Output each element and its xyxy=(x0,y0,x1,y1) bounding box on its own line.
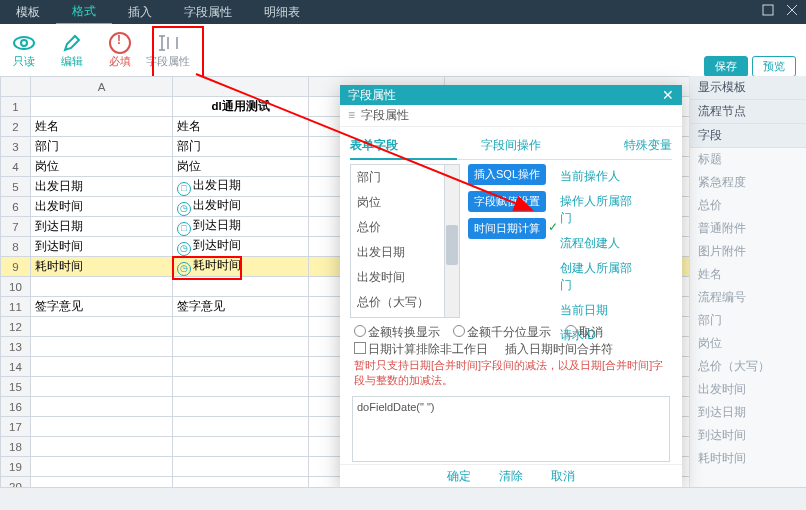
cell[interactable] xyxy=(31,317,173,337)
cell[interactable]: ◷到达时间 xyxy=(173,237,309,257)
readonly-button[interactable]: 只读 xyxy=(0,32,48,69)
row-header[interactable]: 6 xyxy=(1,197,31,217)
cell[interactable]: dl通用测试 xyxy=(173,97,309,117)
cell[interactable]: 岗位 xyxy=(173,157,309,177)
cell[interactable] xyxy=(31,277,173,297)
cell[interactable]: 到达时间 xyxy=(31,237,173,257)
cell[interactable]: 姓名 xyxy=(31,117,173,137)
row-header[interactable]: 1 xyxy=(1,97,31,117)
side-item[interactable]: 总价 xyxy=(690,194,806,217)
side-item[interactable]: 流程编号 xyxy=(690,286,806,309)
cell[interactable] xyxy=(31,357,173,377)
side-item[interactable]: 岗位 xyxy=(690,332,806,355)
row-header[interactable]: 9 xyxy=(1,257,31,277)
field-assign-button[interactable]: 字段赋值设置 xyxy=(468,191,546,212)
scrollbar-thumb[interactable] xyxy=(446,225,458,265)
modal-tab-vars[interactable]: 特殊变量 xyxy=(565,133,672,160)
modal-tab-field-ops[interactable]: 字段间操作 xyxy=(457,133,564,160)
opt-amount-convert[interactable]: 金额转换显示 xyxy=(354,325,440,339)
row-header[interactable]: 3 xyxy=(1,137,31,157)
opt-exclude-nonwork[interactable]: 日期计算排除非工作日 xyxy=(354,342,488,356)
cell[interactable] xyxy=(173,337,309,357)
dialog-clear-button[interactable]: 清除 xyxy=(499,468,523,485)
modal-tab-form-fields[interactable]: 表单字段 xyxy=(350,133,457,160)
cell[interactable] xyxy=(173,437,309,457)
cell[interactable] xyxy=(173,417,309,437)
tab-template[interactable]: 模板 xyxy=(0,0,56,24)
field-item[interactable]: 总价（大写） xyxy=(351,290,459,315)
opt-cancel[interactable]: 取消 xyxy=(565,325,603,339)
col-A[interactable]: A xyxy=(31,77,173,97)
cell[interactable]: ◷出发时间 xyxy=(173,197,309,217)
cell[interactable] xyxy=(173,377,309,397)
dialog-close-icon[interactable]: ✕ xyxy=(662,87,674,103)
row-header[interactable]: 4 xyxy=(1,157,31,177)
cell[interactable] xyxy=(173,317,309,337)
variable-item[interactable]: 操作人所属部门 xyxy=(554,189,649,231)
side-item[interactable]: 图片附件 xyxy=(690,240,806,263)
row-header[interactable]: 13 xyxy=(1,337,31,357)
fieldprop-button[interactable]: 字段属性 xyxy=(144,32,192,69)
side-item[interactable]: 总价（大写） xyxy=(690,355,806,378)
row-header[interactable]: 7 xyxy=(1,217,31,237)
cell[interactable] xyxy=(31,337,173,357)
row-header[interactable]: 15 xyxy=(1,377,31,397)
preview-button[interactable]: 预览 xyxy=(752,56,796,77)
variable-item[interactable]: 流程创建人 xyxy=(554,231,649,256)
cell[interactable]: 部门 xyxy=(31,137,173,157)
row-header[interactable]: 2 xyxy=(1,117,31,137)
opt-insert-merge[interactable]: 插入日期时间合并符 xyxy=(501,342,612,356)
side-sec-flow[interactable]: 流程节点 xyxy=(690,100,806,124)
row-header[interactable]: 17 xyxy=(1,417,31,437)
cell[interactable]: ◷耗时时间 xyxy=(173,257,309,277)
side-item[interactable]: 紧急程度 xyxy=(690,171,806,194)
expression-textarea[interactable]: doFieldDate(" ") xyxy=(352,396,670,462)
save-button[interactable]: 保存 xyxy=(704,56,748,77)
cell[interactable]: 签字意见 xyxy=(173,297,309,317)
variable-list[interactable]: 当前操作人操作人所属部门流程创建人创建人所属部门当前日期请求ID xyxy=(554,164,649,316)
row-header[interactable]: 8 xyxy=(1,237,31,257)
opt-thousand-sep[interactable]: 金额千分位显示 xyxy=(453,325,551,339)
cell[interactable]: 签字意见 xyxy=(31,297,173,317)
row-header[interactable]: 19 xyxy=(1,457,31,477)
cell[interactable] xyxy=(173,277,309,297)
cell[interactable] xyxy=(173,397,309,417)
cell[interactable]: 到达日期 xyxy=(31,217,173,237)
side-sec-template[interactable]: 显示模板 xyxy=(690,76,806,100)
row-header[interactable]: 14 xyxy=(1,357,31,377)
required-button[interactable]: 必填 xyxy=(96,32,144,69)
side-item[interactable]: 到达日期 xyxy=(690,401,806,424)
cell[interactable]: 出发时间 xyxy=(31,197,173,217)
field-item[interactable]: 出发时间 xyxy=(351,265,459,290)
side-sec-fields[interactable]: 字段 xyxy=(690,124,806,148)
row-header[interactable]: 16 xyxy=(1,397,31,417)
maximize-icon[interactable] xyxy=(762,4,774,16)
tab-format[interactable]: 格式 xyxy=(56,0,112,25)
field-item[interactable]: 总价 xyxy=(351,215,459,240)
edit-button[interactable]: 编辑 xyxy=(48,32,96,69)
variable-item[interactable]: 创建人所属部门 xyxy=(554,256,649,298)
field-item[interactable]: 出发日期 xyxy=(351,240,459,265)
hamburger-icon[interactable]: ≡ xyxy=(348,108,355,122)
dialog-ok-button[interactable]: 确定 xyxy=(447,468,471,485)
scrollbar-track[interactable] xyxy=(444,165,459,317)
cell[interactable]: 姓名 xyxy=(173,117,309,137)
row-header[interactable]: 18 xyxy=(1,437,31,457)
side-item[interactable]: 标题 xyxy=(690,148,806,171)
cell[interactable] xyxy=(31,97,173,117)
cell[interactable]: 部门 xyxy=(173,137,309,157)
cell[interactable] xyxy=(173,457,309,477)
field-item[interactable]: 到达日期 xyxy=(351,315,459,318)
row-header[interactable]: 5 xyxy=(1,177,31,197)
cell[interactable] xyxy=(31,457,173,477)
insert-sql-button[interactable]: 插入SQL操作 xyxy=(468,164,546,185)
side-item[interactable]: 普通附件 xyxy=(690,217,806,240)
row-header[interactable]: 11 xyxy=(1,297,31,317)
corner-cell[interactable] xyxy=(1,77,31,97)
cell[interactable]: 耗时时间 xyxy=(31,257,173,277)
cell[interactable]: 出发日期 xyxy=(31,177,173,197)
side-item[interactable]: 出发时间 xyxy=(690,378,806,401)
side-item[interactable]: 部门 xyxy=(690,309,806,332)
time-date-calc-button[interactable]: 时间日期计算 xyxy=(468,218,546,239)
cell[interactable] xyxy=(31,437,173,457)
